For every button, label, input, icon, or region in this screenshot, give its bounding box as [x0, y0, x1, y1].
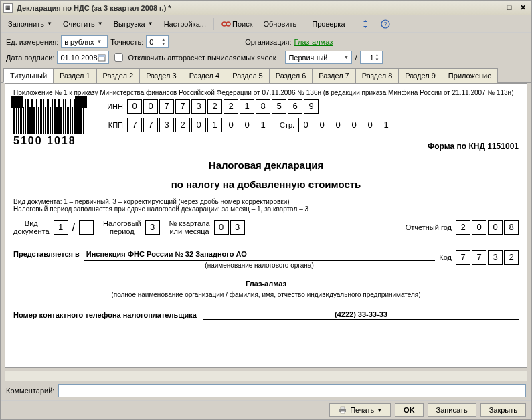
form-code: Форма по КНД 1151001	[96, 142, 519, 151]
expand-icon	[361, 19, 370, 29]
form-area: Приложение № 1 к приказу Министерства фи…	[5, 83, 527, 368]
precision-input[interactable]: 0 ▲▼	[146, 35, 169, 48]
tab-title[interactable]: Титульный	[3, 68, 54, 83]
tab-section2[interactable]: Раздел 2	[96, 68, 141, 83]
tab-section1[interactable]: Раздел 1	[53, 68, 97, 83]
tax-period-cell[interactable]: 3	[145, 220, 160, 235]
page-cells: 000001	[298, 118, 393, 132]
doc-kind-label: Виддокумента	[13, 219, 50, 235]
date-label: Дата подписи:	[6, 54, 54, 62]
unit-label: Ед. измерения:	[6, 38, 58, 46]
year-cells[interactable]: 2008	[456, 220, 519, 235]
phone-label: Номер контактного телефона налогоплатель…	[13, 311, 197, 319]
ok-button[interactable]: OK	[395, 403, 424, 417]
export-button[interactable]: Выгрузка▼	[109, 17, 158, 31]
params-panel: Ед. измерения: в рублях▼ Точность: 0 ▲▼ …	[1, 33, 531, 66]
precision-label: Точность:	[110, 38, 143, 46]
annex-note: Приложение № 1 к приказу Министерства фи…	[13, 89, 519, 96]
org-name-value[interactable]: Глаз-алмаз	[13, 280, 519, 290]
inn-label: ИНН	[96, 102, 123, 110]
svg-rect-8	[341, 411, 345, 413]
kpp-label: КПП	[96, 121, 123, 129]
horizontal-scrollbar[interactable]	[5, 371, 527, 381]
authority-caption: (наименование налогового органа)	[84, 261, 436, 269]
tabs: Титульный Раздел 1 Раздел 2 Раздел 3 Раз…	[1, 68, 531, 83]
printer-icon	[338, 406, 347, 414]
tab-section5[interactable]: Раздел 5	[226, 68, 270, 83]
code-cells[interactable]: 7732	[456, 250, 519, 265]
svg-point-0	[222, 22, 226, 26]
declaration-title2: по налогу на добавленную стоимость	[13, 179, 519, 190]
help-text2: Налоговый период заполняется при сдаче н…	[13, 205, 519, 213]
minimize-button[interactable]: _	[490, 3, 502, 13]
tab-section6[interactable]: Раздел 6	[269, 68, 313, 83]
qm-cells[interactable]: 03	[214, 220, 245, 235]
calendar-icon	[98, 54, 106, 62]
slash-separator: /	[355, 54, 357, 62]
svg-rect-7	[341, 407, 345, 409]
close-button[interactable]: ✕	[517, 3, 529, 13]
settings-button[interactable]: Настройка...	[159, 17, 211, 31]
expand-button[interactable]	[356, 17, 375, 31]
close-form-button[interactable]: Закрыть	[480, 403, 526, 417]
help-icon: ?	[381, 19, 390, 29]
correction-cell[interactable]	[79, 220, 94, 235]
tab-section4[interactable]: Раздел 4	[183, 68, 227, 83]
inn-cells[interactable]: 007732218569	[127, 99, 319, 114]
barcode	[13, 99, 84, 134]
present-label: Представляется в	[13, 250, 80, 258]
org-caption: (полное наименование организации / фамил…	[13, 291, 519, 298]
tab-section9[interactable]: Раздел 9	[398, 68, 442, 83]
kpp-cells[interactable]: 773201001	[127, 118, 270, 132]
tab-section3[interactable]: Раздел 3	[139, 68, 183, 83]
doc-kind-cell[interactable]: 1	[54, 220, 68, 235]
disable-autocalc-label: Отключить авторасчет вычисляемых ячеек	[128, 54, 276, 62]
qm-label: № кварталаили месяца	[169, 219, 210, 235]
comment-input[interactable]	[58, 384, 526, 397]
disable-autocalc-checkbox[interactable]	[114, 53, 123, 62]
search-button[interactable]: Поиск	[217, 17, 257, 31]
org-link[interactable]: Глаз-алмаз	[294, 38, 333, 46]
fill-button[interactable]: Заполнить▼	[3, 17, 57, 31]
year-label: Отчетный год	[406, 223, 452, 231]
check-button[interactable]: Проверка	[307, 17, 349, 31]
code-label: Код	[439, 253, 452, 261]
tab-section7[interactable]: Раздел 7	[312, 68, 356, 83]
phone-value[interactable]: (4222) 33-33-33	[203, 310, 519, 320]
toolbar: Заполнить▼ Очистить▼ Выгрузка▼ Настройка…	[1, 15, 531, 33]
barcode-text: 5100 1018	[13, 135, 84, 147]
page-label: Стр.	[280, 121, 294, 129]
tab-section8[interactable]: Раздел 8	[355, 68, 400, 83]
tab-appendix[interactable]: Приложение	[442, 68, 499, 83]
date-input[interactable]: 01.10.2008	[57, 51, 109, 64]
unit-select[interactable]: в рублях▼	[61, 35, 108, 48]
footer: Печать▼ OK Записать Закрыть	[1, 400, 531, 419]
seq-input[interactable]: 1 ▲▼	[360, 51, 383, 64]
svg-text:?: ?	[383, 21, 387, 27]
help-button[interactable]: ?	[376, 17, 395, 31]
titlebar: ▦ Декларация по НДС (за 3 квартал 2008 г…	[1, 1, 531, 15]
binoculars-icon	[221, 19, 231, 29]
maximize-button[interactable]: □	[503, 3, 515, 13]
window-title: Декларация по НДС (за 3 квартал 2008 г.)…	[17, 4, 489, 12]
barcode-block: 5100 1018	[13, 99, 84, 147]
authority-value[interactable]: Инспекция ФНС России № 32 Западного АО	[84, 250, 436, 261]
help-text1: Вид документа: 1 – первичный, 3 – коррек…	[13, 198, 519, 205]
clear-button[interactable]: Очистить▼	[58, 17, 108, 31]
svg-point-1	[226, 22, 230, 26]
save-button[interactable]: Записать	[428, 403, 476, 417]
svg-rect-5	[98, 55, 105, 57]
org-label: Организация:	[245, 38, 291, 46]
declaration-title1: Налоговая декларация	[13, 159, 519, 171]
comment-label: Комментарий:	[6, 387, 54, 395]
app-icon: ▦	[3, 3, 13, 13]
print-button[interactable]: Печать▼	[329, 403, 391, 417]
tax-period-label: Налоговыйпериод	[103, 219, 141, 235]
refresh-button[interactable]: Обновить	[258, 17, 301, 31]
doc-kind-select[interactable]: Первичный▼	[285, 51, 352, 64]
